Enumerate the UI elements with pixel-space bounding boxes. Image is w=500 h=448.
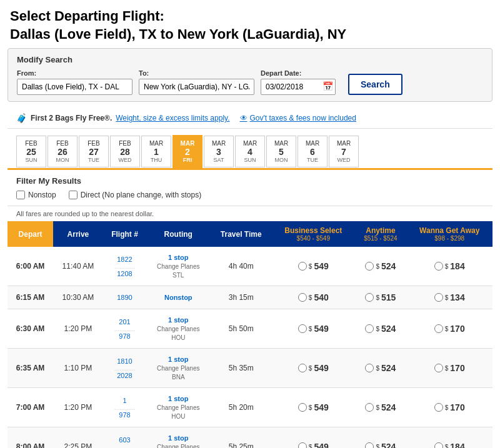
- anytime-price-label[interactable]: $524: [358, 363, 402, 373]
- date-tab-FEB25[interactable]: FEB25SUN: [16, 136, 46, 167]
- date-tab-MAR4[interactable]: MAR4SUN: [235, 136, 265, 167]
- anytime-price-cell: $524: [354, 427, 406, 448]
- date-tab-FEB28[interactable]: FEB28WED: [110, 136, 140, 167]
- bs-price-label[interactable]: $549: [276, 363, 351, 373]
- date-tab-MAR6[interactable]: MAR6TUE: [298, 136, 328, 167]
- date-tab-MAR5[interactable]: MAR5MON: [266, 136, 296, 167]
- routing-cell: 1 stopChange Planes HOU: [146, 309, 210, 349]
- arrive-header: Arrive: [53, 221, 103, 247]
- routing-cell: Nonstop: [146, 286, 210, 309]
- date-tab-MAR1[interactable]: MAR1THU: [141, 136, 171, 167]
- anytime-price-label[interactable]: $524: [358, 324, 402, 334]
- flight-link[interactable]: 978: [107, 411, 142, 419]
- nonstop-filter[interactable]: Nonstop: [16, 191, 56, 199]
- travel-time-cell: 4h 40m: [210, 247, 272, 286]
- arrive-time-cell: 10:30 AM: [53, 286, 103, 309]
- anytime-radio[interactable]: [365, 324, 374, 333]
- flight-link[interactable]: 603: [107, 436, 142, 444]
- wga-radio[interactable]: [434, 262, 443, 271]
- wga-price-label[interactable]: $134: [410, 292, 489, 302]
- to-input[interactable]: [139, 79, 254, 95]
- wga-price-cell: $134: [406, 286, 492, 309]
- from-input[interactable]: [17, 79, 132, 95]
- routing-link[interactable]: 1 stop: [168, 316, 188, 324]
- search-button[interactable]: Search: [348, 74, 402, 95]
- results-table: Depart Arrive Flight # Routing Travel Ti…: [8, 221, 492, 448]
- routing-link[interactable]: 1 stop: [168, 434, 188, 442]
- wga-radio[interactable]: [434, 324, 443, 333]
- depart-header: Depart: [8, 221, 53, 247]
- flight-header: Flight #: [103, 221, 146, 247]
- date-tab-MAR7[interactable]: MAR7WED: [329, 136, 359, 167]
- flight-link[interactable]: 2028: [107, 372, 142, 379]
- flight-link[interactable]: 201: [107, 318, 142, 326]
- wga-price-label[interactable]: $170: [410, 402, 489, 412]
- bs-price-label[interactable]: $549: [276, 261, 351, 271]
- nonstop-checkbox[interactable]: [16, 191, 25, 199]
- bs-price-label[interactable]: $549: [276, 324, 351, 334]
- flight-link[interactable]: 1: [107, 397, 142, 404]
- routing-cell: 1 stopChange Planes STL: [146, 247, 210, 286]
- routing-stop: Change Planes BNA: [157, 365, 199, 381]
- bs-price-label[interactable]: $549: [276, 402, 351, 412]
- direct-filter[interactable]: Direct (No plane change, with stops): [69, 191, 201, 199]
- wga-price-cell: $170: [406, 388, 492, 427]
- flight-link[interactable]: 1810: [107, 357, 142, 365]
- date-tab-MAR3[interactable]: MAR3SAT: [204, 136, 234, 167]
- wga-radio[interactable]: [434, 403, 443, 412]
- bs-price-cell: $549: [272, 349, 354, 388]
- date-tab-FEB26[interactable]: FEB26MON: [48, 136, 78, 167]
- bs-price-cell: $549: [272, 309, 354, 349]
- direct-checkbox[interactable]: [69, 191, 78, 199]
- anytime-radio[interactable]: [365, 364, 374, 372]
- wga-radio[interactable]: [434, 442, 443, 448]
- flight-link[interactable]: 1890: [107, 294, 142, 301]
- search-fields: From: To: Depart Date: 📅 Search: [17, 69, 483, 95]
- bs-radio[interactable]: [298, 403, 307, 412]
- routing-link[interactable]: 1 stop: [168, 356, 188, 363]
- arrive-time-cell: 1:20 PM: [53, 388, 103, 427]
- anytime-radio[interactable]: [365, 293, 374, 302]
- flight-link[interactable]: 1208: [107, 270, 142, 277]
- wga-price-label[interactable]: $184: [410, 261, 489, 271]
- wga-radio[interactable]: [434, 293, 443, 302]
- wga-price-cell: $184: [406, 427, 492, 448]
- bs-radio[interactable]: [298, 293, 307, 302]
- routing-link[interactable]: 1 stop: [168, 254, 188, 261]
- bags-limits-link[interactable]: Weight, size & excess limits apply.: [116, 114, 229, 122]
- to-field-group: To:: [139, 69, 254, 95]
- routing-link[interactable]: 1 stop: [168, 395, 188, 402]
- flight-link[interactable]: 1822: [107, 256, 142, 263]
- bs-radio[interactable]: [298, 324, 307, 333]
- wga-price-label[interactable]: $184: [410, 442, 489, 448]
- bs-radio[interactable]: [298, 262, 307, 271]
- routing-cell: 1 stopChange Planes HOU: [146, 388, 210, 427]
- anytime-header: Anytime $515 - $524: [354, 221, 406, 247]
- flight-number-cell: 1822............1208: [103, 247, 146, 286]
- flight-link[interactable]: 978: [107, 332, 142, 340]
- bs-radio[interactable]: [298, 364, 307, 372]
- routing-stop: Change Planes HOU: [157, 404, 199, 420]
- bs-radio[interactable]: [298, 442, 307, 448]
- anytime-price-label[interactable]: $515: [358, 292, 402, 302]
- anytime-radio[interactable]: [365, 262, 374, 271]
- anytime-radio[interactable]: [365, 442, 374, 448]
- table-row: 6:00 AM11:40 AM1822............12081 sto…: [8, 247, 492, 286]
- anytime-price-label[interactable]: $524: [358, 261, 402, 271]
- date-tab-FEB27[interactable]: FEB27TUE: [79, 136, 109, 167]
- wga-price-label[interactable]: $170: [410, 363, 489, 373]
- bs-price-label[interactable]: $549: [276, 442, 351, 448]
- anytime-price-label[interactable]: $524: [358, 442, 402, 448]
- bs-price-cell: $540: [272, 286, 354, 309]
- wga-radio[interactable]: [434, 364, 443, 372]
- date-tab-MAR2[interactable]: MAR2FRI: [172, 135, 202, 168]
- depart-time-cell: 6:15 AM: [8, 286, 53, 309]
- routing-link[interactable]: Nonstop: [164, 294, 192, 301]
- anytime-price-label[interactable]: $524: [358, 402, 402, 412]
- anytime-radio[interactable]: [365, 403, 374, 412]
- wga-price-label[interactable]: $170: [410, 324, 489, 334]
- calendar-icon[interactable]: 📅: [322, 81, 333, 91]
- flight-dots: ............: [107, 365, 142, 372]
- taxes-link-wrapper[interactable]: 👁 Gov't taxes & fees now included: [240, 114, 356, 122]
- bs-price-label[interactable]: $540: [276, 292, 351, 302]
